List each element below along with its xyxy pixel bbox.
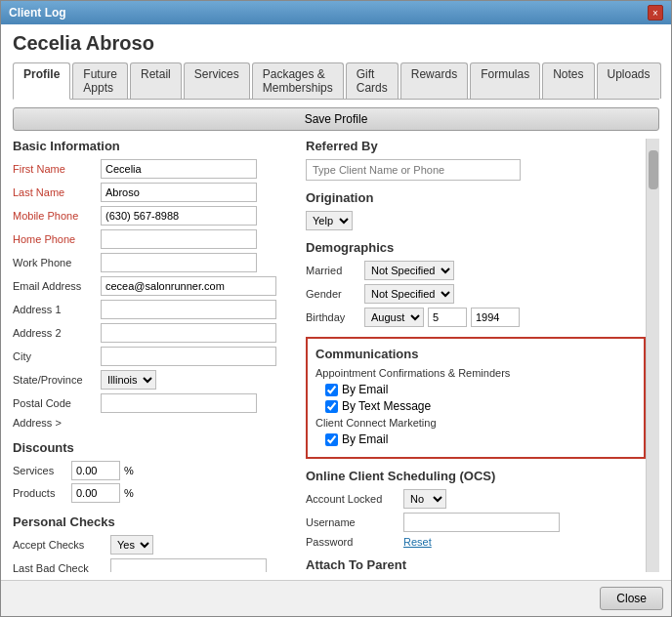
ocs-title: Online Client Scheduling (OCS) xyxy=(306,469,646,483)
main-window: Client Log × Cecelia Abroso Profile Futu… xyxy=(0,0,672,617)
married-label: Married xyxy=(306,265,364,276)
last-name-input[interactable] xyxy=(101,183,257,202)
client-name: Cecelia Abroso xyxy=(13,32,659,55)
tab-uploads[interactable]: Uploads xyxy=(597,62,661,99)
address-link[interactable]: Address > xyxy=(13,417,62,429)
demographics-title: Demographics xyxy=(306,240,646,255)
products-pct: % xyxy=(124,487,134,499)
by-email-marketing-row: By Email xyxy=(325,432,636,446)
work-phone-input[interactable] xyxy=(101,253,257,272)
services-discount-input[interactable] xyxy=(71,461,120,480)
birthday-row: Birthday August xyxy=(306,308,646,327)
products-discount-input[interactable] xyxy=(71,483,120,503)
mobile-phone-row: Mobile Phone xyxy=(13,206,286,226)
first-name-row: First Name xyxy=(13,159,286,179)
referred-by-title: Referred By xyxy=(306,139,646,153)
account-locked-select[interactable]: No Yes xyxy=(403,489,446,509)
communications-title: Communications xyxy=(315,347,636,361)
email-address-row: Email Address xyxy=(13,276,286,296)
account-locked-row: Account Locked No Yes xyxy=(306,489,646,509)
work-phone-row: Work Phone xyxy=(13,253,286,272)
address1-input[interactable] xyxy=(101,300,276,319)
birthday-year-input[interactable] xyxy=(471,308,520,327)
scrollbar-thumb[interactable] xyxy=(649,150,658,189)
reset-password-link[interactable]: Reset xyxy=(403,536,432,548)
referred-by-section: Referred By xyxy=(306,139,646,181)
address1-row: Address 1 xyxy=(13,300,286,319)
accept-checks-row: Accept Checks Yes No xyxy=(13,535,286,555)
content-columns: Basic Information First Name Last Name M… xyxy=(13,139,646,572)
last-bad-check-label: Last Bad Check xyxy=(13,562,110,572)
by-text-label: By Text Message xyxy=(342,399,431,413)
account-locked-label: Account Locked xyxy=(306,493,403,505)
by-text-checkbox[interactable] xyxy=(325,400,338,413)
home-phone-input[interactable] xyxy=(101,229,257,249)
username-input[interactable] xyxy=(403,513,560,532)
services-discount-row: Services % xyxy=(13,461,286,480)
save-profile-button[interactable]: Save Profile xyxy=(13,107,659,131)
tab-retail[interactable]: Retail xyxy=(130,62,182,99)
communications-section: Communications Appointment Confirmations… xyxy=(306,337,646,459)
mobile-phone-input[interactable] xyxy=(101,206,257,226)
tab-formulas[interactable]: Formulas xyxy=(470,62,540,99)
mobile-phone-label: Mobile Phone xyxy=(13,210,101,222)
right-column: Referred By Origination Yelp De xyxy=(306,139,646,572)
title-close-button[interactable]: × xyxy=(648,5,663,21)
marketing-subtitle: Client Connect Marketing xyxy=(315,417,636,429)
address2-input[interactable] xyxy=(101,323,276,343)
home-phone-row: Home Phone xyxy=(13,229,286,249)
birthday-month-select[interactable]: August xyxy=(364,308,424,327)
scrollbar[interactable] xyxy=(646,139,659,572)
personal-checks-title: Personal Checks xyxy=(13,514,286,529)
by-email-appt-checkbox[interactable] xyxy=(325,384,338,396)
gender-select[interactable]: Not Specified Male Female xyxy=(364,284,454,304)
last-name-row: Last Name xyxy=(13,183,286,202)
services-discount-label: Services xyxy=(13,465,71,476)
username-label: Username xyxy=(306,516,403,528)
address1-label: Address 1 xyxy=(13,304,101,315)
by-email-appt-label: By Email xyxy=(342,383,388,396)
tab-rewards[interactable]: Rewards xyxy=(400,62,468,99)
married-select[interactable]: Not Specified Yes No xyxy=(364,261,454,280)
first-name-label: First Name xyxy=(13,163,101,175)
by-email-appt-row: By Email xyxy=(325,383,636,396)
birthday-day-input[interactable] xyxy=(428,308,467,327)
origination-section: Origination Yelp xyxy=(306,190,646,230)
last-name-label: Last Name xyxy=(13,186,101,198)
gender-label: Gender xyxy=(306,288,364,300)
origination-title: Origination xyxy=(306,190,646,205)
scroll-area: Basic Information First Name Last Name M… xyxy=(13,139,659,572)
city-input[interactable] xyxy=(101,347,276,366)
accept-checks-select[interactable]: Yes No xyxy=(110,535,153,555)
last-bad-check-input[interactable] xyxy=(110,558,267,572)
tab-gift-cards[interactable]: Gift Cards xyxy=(346,62,399,99)
tab-packages[interactable]: Packages & Memberships xyxy=(252,62,344,99)
tab-future-appts[interactable]: Future Appts xyxy=(72,62,128,99)
attach-to-parent-section: Attach To Parent xyxy=(306,557,646,572)
email-label: Email Address xyxy=(13,280,101,292)
email-input[interactable] xyxy=(101,276,276,296)
state-row: State/Province Illinois xyxy=(13,370,286,390)
accept-checks-label: Accept Checks xyxy=(13,539,110,551)
first-name-input[interactable] xyxy=(101,159,257,179)
tab-profile[interactable]: Profile xyxy=(13,62,70,100)
state-select[interactable]: Illinois xyxy=(101,370,156,390)
by-text-row: By Text Message xyxy=(325,399,636,413)
attach-to-parent-title: Attach To Parent xyxy=(306,557,646,572)
tab-services[interactable]: Services xyxy=(184,62,250,99)
appt-confirmations-subtitle: Appointment Confirmations & Reminders xyxy=(315,367,636,379)
close-button[interactable]: Close xyxy=(600,587,663,610)
tab-notes[interactable]: Notes xyxy=(542,62,594,99)
services-pct: % xyxy=(124,465,134,476)
window-body: Cecelia Abroso Profile Future Appts Reta… xyxy=(1,24,671,580)
password-label: Password xyxy=(306,536,403,548)
main-content: Basic Information First Name Last Name M… xyxy=(13,139,646,572)
by-email-marketing-checkbox[interactable] xyxy=(325,433,338,446)
postal-input[interactable] xyxy=(101,393,257,413)
tab-bar: Profile Future Appts Retail Services Pac… xyxy=(13,62,659,100)
left-column: Basic Information First Name Last Name M… xyxy=(13,139,286,572)
origination-select[interactable]: Yelp xyxy=(306,211,353,230)
referred-by-input[interactable] xyxy=(306,159,521,181)
basic-info-section: Basic Information First Name Last Name M… xyxy=(13,139,286,429)
password-row: Password Reset xyxy=(306,536,646,548)
